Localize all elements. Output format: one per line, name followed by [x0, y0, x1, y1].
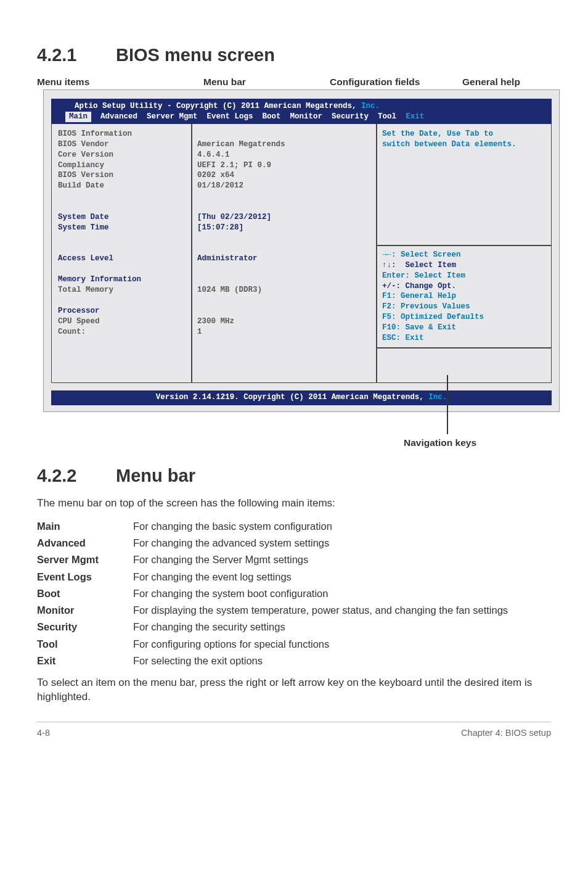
def-mon-def: For displaying the system temperature, p…	[133, 603, 551, 617]
val-cpu: 2300 MHz	[197, 317, 234, 326]
key-f1: F1: General Help	[382, 292, 456, 300]
label-menu-bar: Menu bar	[203, 76, 246, 89]
key-screen: →←: Select Screen	[382, 250, 461, 259]
tab-main[interactable]: Main	[65, 112, 91, 122]
def-sec-def: For changing the security settings	[133, 620, 551, 633]
page-footer: 4-8 Chapter 4: BIOS setup	[37, 722, 551, 740]
heading-422-title: Menu bar	[116, 466, 195, 485]
chapter-title: Chapter 4: BIOS setup	[461, 727, 551, 740]
li-build-date: Build Date	[58, 181, 104, 190]
bios-mid-col: American Megatrends 4.6.4.1 UEFI 2.1; PI…	[192, 124, 377, 382]
def-adv-term: Advanced	[37, 536, 133, 550]
label-config-fields: Configuration fields	[330, 76, 420, 89]
li-core-version: Core Version	[58, 151, 113, 159]
def-main-term: Main	[37, 519, 133, 533]
key-f10: F10: Save & Exit	[382, 323, 456, 332]
li-total-memory: Total Memory	[58, 286, 113, 294]
val-memory: 1024 MB (DDR3)	[197, 286, 262, 294]
labels-row: Menu items Menu bar Configuration fields…	[37, 76, 551, 91]
def-server-mgmt: Server MgmtFor changing the Server Mgmt …	[37, 553, 551, 566]
label-general-help: General help	[462, 76, 520, 89]
li-access-level: Access Level	[58, 254, 113, 263]
heading-422: 4.2.2 Menu bar	[37, 464, 551, 488]
def-sm-term: Server Mgmt	[37, 553, 133, 566]
bios-header: Aptio Setup Utility - Copyright (C) 2011…	[51, 99, 552, 124]
li-bios-vendor: BIOS Vendor	[58, 140, 109, 149]
key-change: +/-: Change Opt.	[382, 282, 456, 291]
li-memory-info: Memory Information	[58, 275, 141, 284]
def-el-def: For changing the event log settings	[133, 570, 551, 584]
heading-421-num: 4.2.1	[37, 43, 111, 67]
bios-footer-inc: Inc.	[428, 393, 447, 402]
def-advanced: AdvancedFor changing the advanced system…	[37, 536, 551, 550]
def-main-def: For changing the basic system configurat…	[133, 519, 551, 533]
help-line2: switch between Data elements.	[382, 140, 517, 149]
li-bios-info: BIOS Information	[58, 130, 132, 138]
def-monitor: MonitorFor displaying the system tempera…	[37, 603, 551, 617]
li-cpu-speed: CPU Speed	[58, 317, 100, 326]
def-sm-def: For changing the Server Mgmt settings	[133, 553, 551, 566]
val-time[interactable]: [15:07:28]	[197, 223, 243, 232]
def-boot: BootFor changing the system boot configu…	[37, 587, 551, 600]
def-el-term: Event Logs	[37, 570, 133, 584]
def-adv-def: For changing the advanced system setting…	[133, 536, 551, 550]
tab-exit[interactable]: Exit	[406, 112, 424, 121]
key-enter: Enter: Select Item	[382, 271, 465, 280]
li-count: Count:	[58, 328, 86, 336]
bios-header-copyright: Aptio Setup Utility - Copyright (C) 2011…	[75, 102, 361, 110]
val-access: Administrator	[197, 254, 258, 263]
bios-header-inc: Inc.	[361, 102, 380, 110]
menu-definitions: MainFor changing the basic system config…	[37, 519, 551, 667]
def-boot-def: For changing the system boot configurati…	[133, 587, 551, 600]
key-esc: ESC: Exit	[382, 334, 424, 342]
tabs-rest[interactable]: Advanced Server Mgmt Event Logs Boot Mon…	[91, 112, 406, 121]
bios-body: BIOS Information BIOS Vendor Core Versio…	[51, 124, 552, 383]
label-menu-items: Menu items	[37, 76, 89, 89]
key-f5: F5: Optimized Defaults	[382, 313, 484, 321]
navkeys-label-row: Navigation keys	[37, 432, 551, 447]
def-security: SecurityFor changing the security settin…	[37, 620, 551, 633]
bios-footer-text: Version 2.14.1219. Copyright (C) 2011 Am…	[156, 393, 429, 402]
def-sec-term: Security	[37, 620, 133, 633]
key-item: ↑↓: Select Item	[382, 261, 456, 270]
bios-screen: Aptio Setup Utility - Copyright (C) 2011…	[43, 89, 560, 412]
bios-right-blank	[377, 349, 551, 382]
heading-421: 4.2.1 BIOS menu screen	[37, 43, 551, 67]
label-navigation-keys: Navigation keys	[404, 437, 476, 450]
def-exit-def: For selecting the exit options	[133, 654, 551, 667]
def-tool-term: Tool	[37, 637, 133, 651]
def-tool: ToolFor configuring options for special …	[37, 637, 551, 651]
def-main: MainFor changing the basic system config…	[37, 519, 551, 533]
closing-422: To select an item on the menu bar, press…	[37, 676, 551, 704]
def-boot-term: Boot	[37, 587, 133, 600]
bios-help-panel: Set the Date, Use Tab to switch between …	[377, 124, 551, 246]
li-processor: Processor	[58, 307, 100, 315]
page-number: 4-8	[37, 727, 50, 740]
def-exit-term: Exit	[37, 654, 133, 667]
li-system-time[interactable]: System Time	[58, 223, 109, 232]
key-f2: F2: Previous Values	[382, 302, 470, 311]
navkeys-pointer	[447, 375, 448, 434]
def-mon-term: Monitor	[37, 603, 133, 617]
li-bios-version: BIOS Version	[58, 171, 113, 179]
intro-422: The menu bar on top of the screen has th…	[37, 497, 551, 511]
val-count: 1	[197, 328, 202, 336]
val-vendor: American Megatrends	[197, 140, 285, 149]
val-date[interactable]: [Thu 02/23/2012]	[197, 213, 271, 221]
bios-right-col: Set the Date, Use Tab to switch between …	[377, 124, 551, 382]
val-build: 01/18/2012	[197, 181, 243, 190]
heading-422-num: 4.2.2	[37, 464, 111, 488]
bios-navkeys-panel: →←: Select Screen ↑↓: Select Item Enter:…	[377, 246, 551, 349]
heading-421-title: BIOS menu screen	[116, 45, 275, 65]
bios-left-col: BIOS Information BIOS Vendor Core Versio…	[52, 124, 192, 382]
def-tool-def: For configuring options for special func…	[133, 637, 551, 651]
li-compliancy: Compliancy	[58, 161, 104, 170]
bios-footer: Version 2.14.1219. Copyright (C) 2011 Am…	[51, 390, 552, 405]
val-compliancy: UEFI 2.1; PI 0.9	[197, 161, 271, 170]
help-line1: Set the Date, Use Tab to	[382, 130, 493, 138]
bios-menubar: Main Advanced Server Mgmt Event Logs Boo…	[56, 112, 547, 122]
def-event-logs: Event LogsFor changing the event log set…	[37, 570, 551, 584]
li-system-date[interactable]: System Date	[58, 213, 109, 221]
def-exit: ExitFor selecting the exit options	[37, 654, 551, 667]
val-core: 4.6.4.1	[197, 151, 230, 159]
